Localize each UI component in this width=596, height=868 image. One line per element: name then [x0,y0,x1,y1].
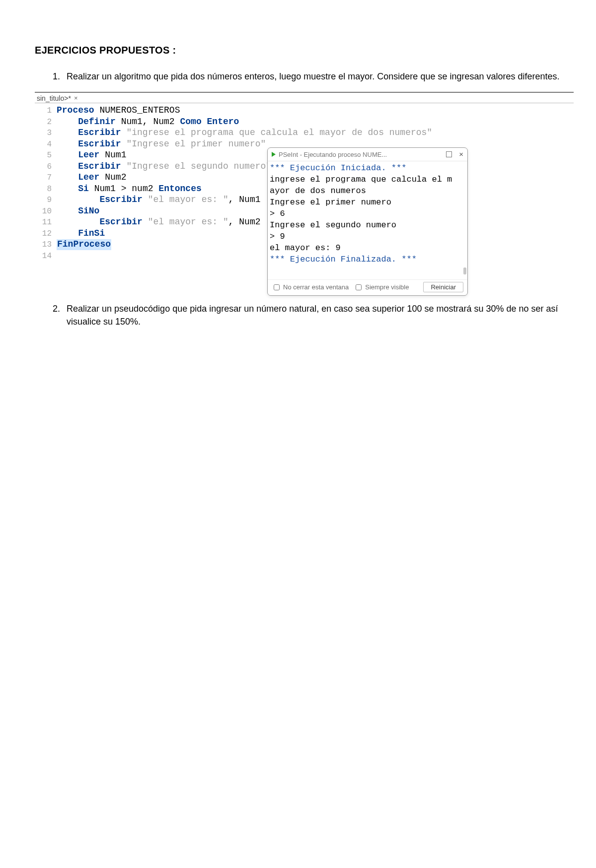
exec-footer: No cerrar esta ventana Siempre visible R… [268,279,467,295]
identifier: num2 [132,184,153,195]
close-icon[interactable]: × [459,152,463,157]
string-literal: "ingrese el programa que calcula el mayo… [126,128,432,138]
identifier: , Num1 [228,195,261,205]
editor-panel: sin_titulo>* × 1Proceso NUMEROS_ENTEROS … [35,92,574,264]
execution-window: PSeInt - Ejecutando proceso NUME... × **… [267,147,468,296]
exec-line: ingrese el programa que calcula el m [270,174,465,185]
exec-line: el mayor es: 9 [270,242,465,254]
identifier: Num1, Num2 [121,117,175,128]
editor-tab-row: sin_titulo>* × [35,93,574,103]
identifier: Num1 [94,184,116,195]
minimize-icon[interactable] [433,154,439,155]
line-number: 10 [35,206,57,217]
checkbox-label: Siempre visible [365,283,409,291]
line-number: 5 [35,150,57,161]
line-number: 11 [35,217,57,228]
line-number: 7 [35,173,57,184]
identifier: , Num2 [228,217,261,228]
line-number: 13 [35,240,57,251]
exec-line: *** Ejecución Finalizada. *** [270,254,465,265]
string-literal: "Ingrese el primer numero" [126,139,266,150]
exec-line: Ingrese el segundo numero [270,219,465,231]
code-line: 2 Definir Num1, Num2 Como Entero [35,117,574,128]
code-line: 1Proceso NUMEROS_ENTEROS [35,105,574,117]
exercise-1-text: Realizar un algoritmo que pida dos númer… [63,70,561,83]
play-icon [272,152,276,157]
section-title: EJERCICIOS PROPUESTOS : [35,45,561,56]
keyword: Definir [78,117,116,128]
keyword: Escribir [78,139,121,150]
keyword: Escribir [99,195,142,205]
identifier: NUMEROS_ENTEROS [99,105,180,116]
keyword: Escribir [78,161,121,172]
exercise-2-text: Realizar un pseudocódigo que pida ingres… [63,302,561,328]
keyword: SiNo [78,206,99,217]
keyword: Entonces [158,184,201,195]
exec-window-title: PSeInt - Ejecutando proceso NUME... [279,151,428,158]
line-number: 3 [35,128,57,139]
maximize-icon[interactable] [446,151,452,157]
keyword: Entero [207,117,239,128]
string-literal: "el mayor es: " [148,195,228,205]
keyword: Leer [78,172,99,183]
line-number: 8 [35,184,57,195]
exec-output: *** Ejecución Iniciada. *** ingrese el p… [268,161,467,279]
editor-tab[interactable]: sin_titulo>* [36,94,74,102]
keyword: Escribir [78,128,121,138]
no-close-checkbox[interactable]: No cerrar esta ventana [272,283,349,292]
string-literal: "el mayor es: " [148,217,228,228]
line-number: 14 [35,251,57,262]
string-literal: "Ingrese el segundo numero" [126,161,271,172]
line-number: 12 [35,229,57,240]
exec-titlebar[interactable]: PSeInt - Ejecutando proceso NUME... × [268,148,467,161]
keyword: FinProceso [57,239,111,250]
keyword: Si [78,184,89,195]
exec-line: ayor de dos numeros [270,185,465,197]
keyword: Leer [78,150,99,161]
identifier: Num2 [105,172,126,183]
always-visible-checkbox[interactable]: Siempre visible [354,283,409,292]
code-line: 3 Escribir "ingrese el programa que calc… [35,128,574,139]
keyword: Proceso [57,105,94,116]
exec-line: > 6 [270,208,465,219]
close-icon[interactable]: × [74,94,82,102]
line-number: 9 [35,195,57,206]
scrollbar-thumb[interactable] [463,267,466,274]
keyword: Escribir [99,217,142,228]
restart-button[interactable]: Reiniciar [423,282,463,292]
line-number: 4 [35,139,57,150]
line-number: 1 [35,106,57,117]
line-number: 6 [35,162,57,173]
exec-line: Ingrese el primer numero [270,197,465,208]
keyword: Como [180,117,202,128]
operator: > [121,184,127,195]
exec-line: > 9 [270,231,465,242]
checkbox-label: No cerrar esta ventana [283,283,349,291]
line-number: 2 [35,117,57,128]
identifier: Num1 [105,150,126,161]
exec-line: *** Ejecución Iniciada. *** [270,162,465,174]
keyword: FinSi [78,228,105,239]
